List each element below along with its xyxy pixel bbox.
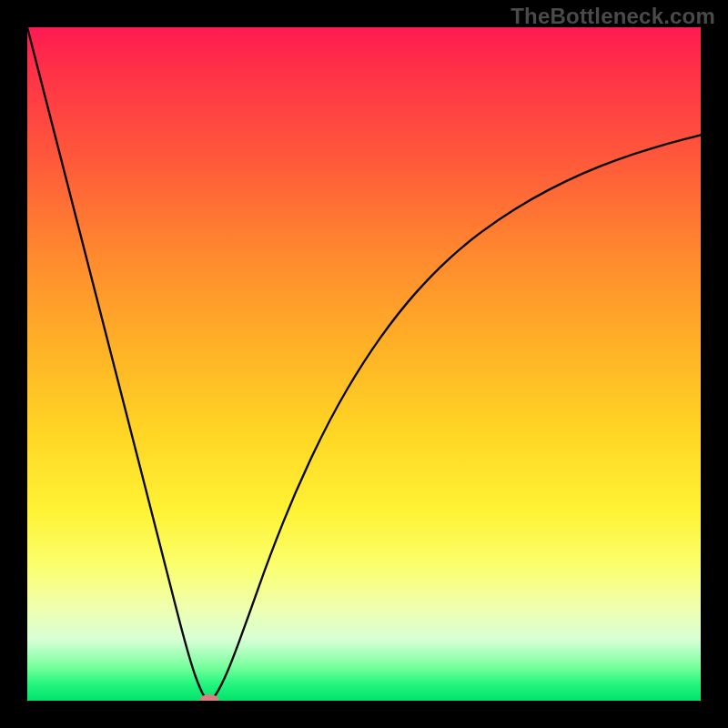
bottleneck-curve bbox=[27, 27, 701, 701]
optimum-marker bbox=[199, 694, 219, 701]
watermark-text: TheBottleneck.com bbox=[511, 4, 715, 29]
plot-area bbox=[27, 27, 701, 701]
chart-frame: TheBottleneck.com bbox=[0, 0, 728, 728]
